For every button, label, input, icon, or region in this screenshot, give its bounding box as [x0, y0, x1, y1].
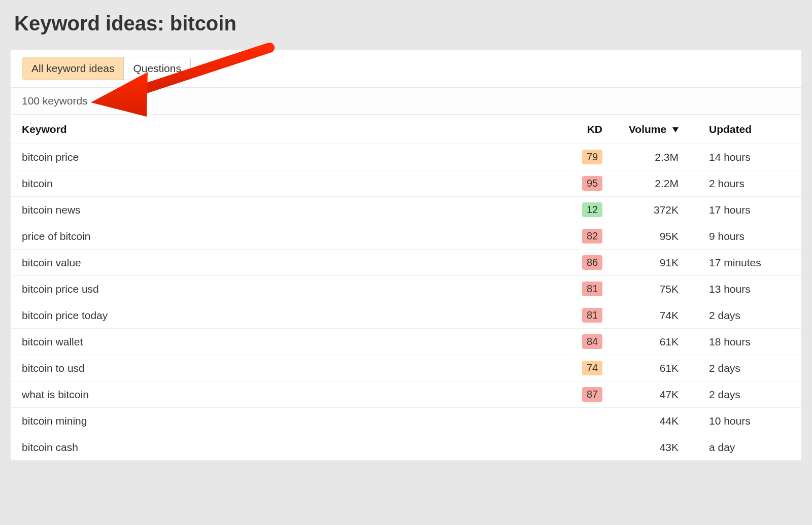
kd-badge: 81	[582, 282, 602, 296]
cell-kd: 87	[542, 387, 602, 402]
cell-keyword[interactable]: bitcoin cash	[22, 441, 542, 453]
tab-row: All keyword ideas Questions	[11, 50, 801, 88]
cell-kd: 81	[542, 282, 602, 296]
cell-kd: 74	[542, 361, 602, 375]
table-row[interactable]: bitcoin wallet8461K18 hours	[11, 329, 801, 355]
kd-badge: 86	[582, 255, 602, 270]
keyword-table: Keyword KD Volume Updated bitcoin price7…	[11, 115, 801, 461]
cell-kd: 82	[542, 229, 602, 243]
cell-keyword[interactable]: bitcoin price today	[22, 309, 542, 322]
cell-kd: 95	[542, 176, 602, 191]
kd-badge: 95	[582, 176, 602, 191]
cell-volume: 2.3M	[602, 151, 689, 163]
keyword-count: 100 keywords	[11, 88, 801, 115]
col-header-keyword[interactable]: Keyword	[22, 123, 542, 135]
cell-updated: 2 days	[689, 389, 790, 401]
cell-kd: 86	[542, 255, 602, 270]
kd-badge: 74	[582, 361, 602, 375]
table-row[interactable]: bitcoin mining44K10 hours	[11, 408, 801, 434]
cell-kd: 81	[542, 308, 602, 323]
cell-updated: 17 minutes	[689, 257, 790, 269]
table-row[interactable]: bitcoin price today8174K2 days	[11, 302, 801, 329]
tab-all-keyword-ideas[interactable]: All keyword ideas	[22, 57, 123, 80]
cell-updated: 17 hours	[689, 204, 790, 216]
table-row[interactable]: price of bitcoin8295K9 hours	[11, 223, 801, 250]
cell-keyword[interactable]: bitcoin to usd	[22, 362, 542, 374]
cell-volume: 75K	[602, 283, 689, 295]
cell-updated: 13 hours	[689, 283, 790, 295]
cell-volume: 43K	[602, 441, 689, 453]
cell-updated: 2 hours	[689, 178, 790, 190]
cell-updated: 9 hours	[689, 230, 790, 242]
kd-badge: 87	[582, 387, 602, 402]
cell-kd: 12	[542, 202, 602, 217]
table-row[interactable]: bitcoin news12372K17 hours	[11, 197, 801, 223]
cell-volume: 95K	[602, 230, 689, 242]
cell-kd: 79	[542, 150, 602, 164]
cell-keyword[interactable]: bitcoin	[22, 178, 542, 190]
page-title: Keyword ideas: bitcoin	[0, 0, 812, 49]
cell-volume: 91K	[602, 257, 689, 269]
cell-keyword[interactable]: bitcoin wallet	[22, 336, 542, 348]
cell-keyword[interactable]: bitcoin news	[22, 204, 542, 216]
kd-badge: 82	[582, 229, 602, 243]
cell-volume: 47K	[602, 389, 689, 401]
cell-updated: a day	[689, 441, 790, 453]
col-header-kd[interactable]: KD	[542, 123, 602, 135]
cell-keyword[interactable]: price of bitcoin	[22, 230, 542, 242]
kd-badge: 79	[582, 150, 602, 164]
cell-kd: 84	[542, 334, 602, 349]
sort-desc-icon	[672, 123, 679, 135]
col-header-updated[interactable]: Updated	[689, 123, 790, 135]
keyword-ideas-panel: All keyword ideas Questions 100 keywords…	[10, 49, 802, 461]
col-header-volume-label: Volume	[629, 123, 666, 135]
cell-volume: 2.2M	[602, 178, 689, 190]
table-row[interactable]: what is bitcoin8747K2 days	[11, 381, 801, 408]
cell-keyword[interactable]: bitcoin price usd	[22, 283, 542, 295]
kd-badge: 12	[582, 202, 602, 217]
cell-updated: 14 hours	[689, 151, 790, 163]
table-header-row: Keyword KD Volume Updated	[11, 115, 801, 144]
table-row[interactable]: bitcoin cash43Ka day	[11, 434, 801, 461]
table-row[interactable]: bitcoin price usd8175K13 hours	[11, 276, 801, 302]
cell-keyword[interactable]: what is bitcoin	[22, 389, 542, 401]
col-header-volume[interactable]: Volume	[602, 123, 689, 135]
table-row[interactable]: bitcoin price792.3M14 hours	[11, 144, 801, 170]
svg-marker-0	[672, 127, 679, 132]
cell-updated: 2 days	[689, 362, 790, 374]
table-row[interactable]: bitcoin952.2M2 hours	[11, 170, 801, 197]
cell-keyword[interactable]: bitcoin price	[22, 151, 542, 163]
cell-volume: 61K	[602, 336, 689, 348]
table-row[interactable]: bitcoin value8691K17 minutes	[11, 250, 801, 276]
cell-updated: 10 hours	[689, 415, 790, 427]
tab-group: All keyword ideas Questions	[22, 57, 191, 80]
cell-keyword[interactable]: bitcoin value	[22, 257, 542, 269]
kd-badge: 81	[582, 308, 602, 323]
cell-keyword[interactable]: bitcoin mining	[22, 415, 542, 427]
cell-updated: 18 hours	[689, 336, 790, 348]
tab-questions[interactable]: Questions	[123, 57, 190, 80]
cell-volume: 372K	[602, 204, 689, 216]
kd-badge: 84	[582, 334, 602, 349]
cell-volume: 61K	[602, 362, 689, 374]
cell-updated: 2 days	[689, 309, 790, 322]
cell-volume: 74K	[602, 309, 689, 322]
cell-volume: 44K	[602, 415, 689, 427]
table-row[interactable]: bitcoin to usd7461K2 days	[11, 355, 801, 381]
